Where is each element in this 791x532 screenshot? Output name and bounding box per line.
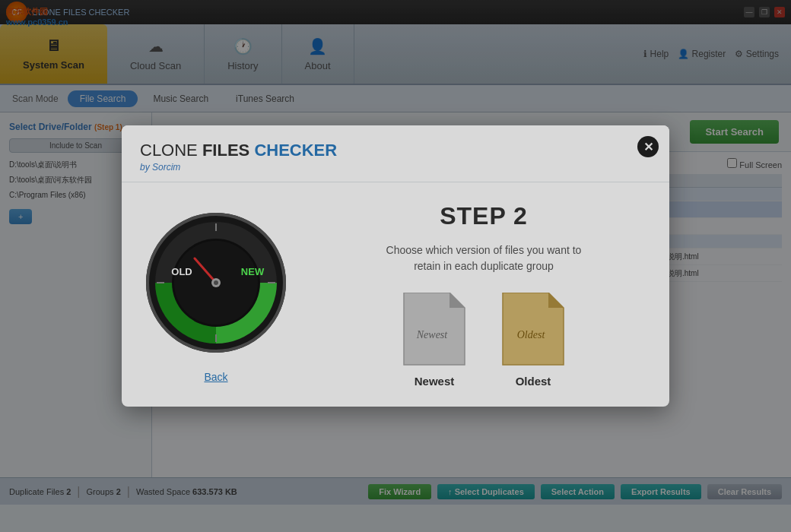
- newest-option[interactable]: Newest Newest: [400, 293, 469, 388]
- modal-right: STEP 2 Choose which version of files you…: [316, 202, 651, 388]
- modal-close-button[interactable]: ✕: [637, 136, 659, 157]
- modal-logo: CLONE FILES CHECKER by Sorcim: [140, 141, 337, 173]
- modal-body: OLD NEW: [122, 182, 669, 407]
- step-title: STEP 2: [440, 202, 528, 230]
- svg-text:Oldest: Oldest: [517, 329, 546, 340]
- gauge-svg: OLD NEW: [140, 207, 292, 359]
- modal-dialog: CLONE FILES CHECKER by Sorcim ✕: [122, 125, 669, 407]
- oldest-option[interactable]: Oldest Oldest: [499, 293, 567, 388]
- logo-checker: CHECKER: [254, 141, 337, 160]
- svg-text:Newest: Newest: [416, 329, 449, 340]
- modal-overlay: CLONE FILES CHECKER by Sorcim ✕: [0, 0, 791, 532]
- svg-marker-17: [548, 293, 564, 308]
- newest-icon: Newest: [400, 293, 469, 369]
- app-background: 河东软件园 www.pc0359.cn CF CLONE FILES CHECK…: [0, 0, 791, 532]
- back-link[interactable]: Back: [204, 371, 227, 383]
- logo-files: FILES: [202, 141, 254, 160]
- svg-marker-14: [450, 293, 465, 308]
- file-icons-row: Newest Newest Oldest Oldest: [400, 293, 567, 388]
- svg-text:NEW: NEW: [241, 266, 265, 277]
- modal-left: OLD NEW: [140, 207, 292, 383]
- step-description: Choose which version of files you want t…: [386, 242, 582, 274]
- svg-text:OLD: OLD: [171, 266, 192, 277]
- oldest-icon: Oldest: [499, 293, 567, 369]
- svg-point-8: [214, 280, 218, 285]
- gauge-container: OLD NEW: [140, 207, 292, 359]
- logo-clone: CLONE: [140, 141, 202, 160]
- oldest-label: Oldest: [516, 375, 551, 388]
- modal-by-text: by Sorcim: [140, 162, 337, 173]
- modal-header: CLONE FILES CHECKER by Sorcim ✕: [122, 125, 669, 182]
- modal-logo-text: CLONE FILES CHECKER: [140, 141, 337, 160]
- newest-label: Newest: [415, 375, 455, 388]
